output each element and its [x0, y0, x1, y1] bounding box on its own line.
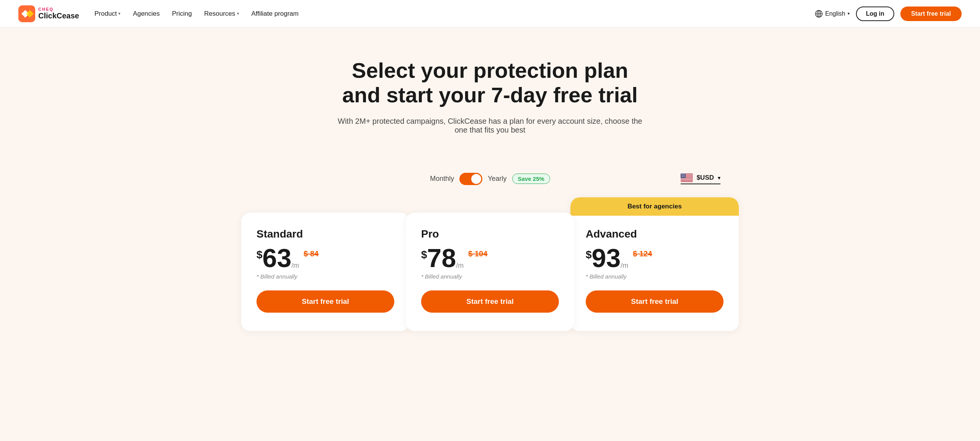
plan-name-advanced: Advanced [586, 228, 724, 240]
toggle-knob [471, 174, 481, 184]
svg-point-14 [682, 174, 682, 174]
svg-point-24 [683, 175, 683, 176]
svg-point-16 [684, 174, 684, 174]
globe-icon [815, 10, 823, 18]
price-row-advanced: $ 93 /m $ 124 [586, 245, 724, 271]
trial-button-standard[interactable]: Start free trial [256, 290, 394, 313]
svg-point-26 [684, 175, 685, 176]
svg-rect-9 [681, 178, 693, 179]
price-month-standard: /m [291, 262, 299, 270]
chevron-down-icon: ▾ [118, 11, 121, 16]
price-dollar-pro: $ [421, 249, 427, 261]
svg-point-32 [682, 177, 682, 177]
svg-point-19 [682, 175, 683, 175]
plan-name-pro: Pro [421, 228, 559, 240]
nav-agencies[interactable]: Agencies [133, 10, 160, 18]
nav-trial-button[interactable]: Start free trial [900, 7, 962, 21]
plan-card-pro: Pro $ 78 /m $ 104 * Billed annually Star… [406, 213, 574, 331]
trial-button-pro[interactable]: Start free trial [421, 290, 559, 313]
price-old-standard: $ 84 [304, 249, 318, 258]
language-label: English [825, 10, 845, 17]
price-main-pro: $ 78 /m [421, 245, 464, 271]
best-badge-advanced: Best for agencies [570, 197, 739, 216]
billing-toggle: Monthly Yearly Save 25% [430, 173, 550, 185]
nav-right: English ▾ Log in Start free trial [815, 7, 962, 21]
billing-section: Monthly Yearly Save 25% [241, 173, 739, 185]
price-dollar-advanced: $ [586, 249, 592, 261]
price-num-pro: 78 [427, 245, 456, 271]
logo-text: CHEQ ClickCease [38, 7, 79, 20]
billed-note-pro: * Billed annually [421, 273, 559, 280]
hero-title: Select your protection plan and start yo… [18, 58, 962, 108]
svg-point-25 [684, 175, 684, 176]
price-old-advanced: $ 124 [633, 249, 652, 258]
nav-pricing[interactable]: Pricing [172, 10, 192, 18]
nav-affiliate[interactable]: Affiliate program [252, 10, 299, 18]
trial-button-advanced[interactable]: Start free trial [586, 290, 724, 313]
price-main-standard: $ 63 /m [256, 245, 299, 271]
billing-toggle-switch[interactable] [459, 173, 482, 185]
price-row-standard: $ 63 /m $ 84 [256, 245, 394, 271]
hero-subtitle: With 2M+ protected campaigns, ClickCease… [337, 117, 643, 134]
price-num-advanced: 93 [592, 245, 621, 271]
plan-card-standard: Standard $ 63 /m $ 84 * Billed annually … [241, 213, 410, 331]
plan-name-standard: Standard [256, 228, 394, 240]
logo-icon [18, 5, 35, 22]
yearly-label: Yearly [488, 175, 506, 183]
price-dollar-standard: $ [256, 249, 263, 261]
svg-point-13 [681, 174, 681, 174]
svg-rect-10 [681, 179, 693, 180]
svg-point-30 [684, 176, 684, 176]
currency-chevron-icon: ▾ [718, 175, 720, 181]
svg-point-33 [683, 177, 683, 177]
logo-link[interactable]: CHEQ ClickCease [18, 5, 79, 22]
chevron-down-icon-3: ▾ [848, 11, 850, 16]
svg-point-29 [683, 176, 684, 176]
svg-point-22 [681, 175, 681, 176]
svg-point-21 [684, 175, 684, 175]
login-button[interactable]: Log in [856, 7, 894, 21]
svg-rect-11 [681, 180, 693, 181]
nav-resources[interactable]: Resources ▾ [204, 10, 239, 18]
svg-point-15 [683, 174, 683, 174]
svg-point-18 [681, 175, 682, 175]
svg-point-34 [684, 177, 684, 177]
chevron-down-icon-2: ▾ [237, 11, 239, 16]
old-price-pro: $ 104 [468, 249, 487, 258]
price-row-pro: $ 78 /m $ 104 [421, 245, 559, 271]
price-main-advanced: $ 93 /m [586, 245, 628, 271]
old-price-advanced: $ 124 [633, 249, 652, 258]
hero-section: Select your protection plan and start yo… [0, 28, 980, 150]
save-badge: Save 25% [512, 174, 550, 184]
nav-product[interactable]: Product ▾ [95, 10, 121, 18]
pricing-cards: Standard $ 63 /m $ 84 * Billed annually … [222, 197, 758, 331]
language-selector[interactable]: English ▾ [815, 10, 849, 18]
old-price-standard: $ 84 [304, 249, 318, 258]
price-month-pro: /m [456, 262, 464, 270]
svg-point-17 [684, 174, 685, 174]
billed-note-advanced: * Billed annually [586, 273, 724, 280]
svg-point-31 [681, 177, 681, 177]
svg-point-23 [682, 175, 682, 176]
price-num-standard: 63 [263, 245, 292, 271]
currency-label: $USD [697, 174, 714, 182]
monthly-label: Monthly [430, 175, 454, 183]
nav-links: Product ▾ Agencies Pricing Resources ▾ A… [95, 10, 815, 18]
svg-point-20 [683, 175, 684, 175]
currency-selector[interactable]: $USD ▾ [681, 174, 720, 184]
svg-point-27 [681, 176, 682, 176]
price-month-advanced: /m [621, 262, 628, 270]
plan-card-advanced: Best for agencies Advanced $ 93 /m $ 124… [570, 197, 739, 331]
us-flag-icon [681, 174, 693, 182]
navbar: CHEQ ClickCease Product ▾ Agencies Prici… [0, 0, 980, 28]
svg-point-35 [684, 177, 685, 177]
billed-note-standard: * Billed annually [256, 273, 394, 280]
svg-point-28 [682, 176, 683, 176]
price-old-pro: $ 104 [468, 249, 487, 258]
